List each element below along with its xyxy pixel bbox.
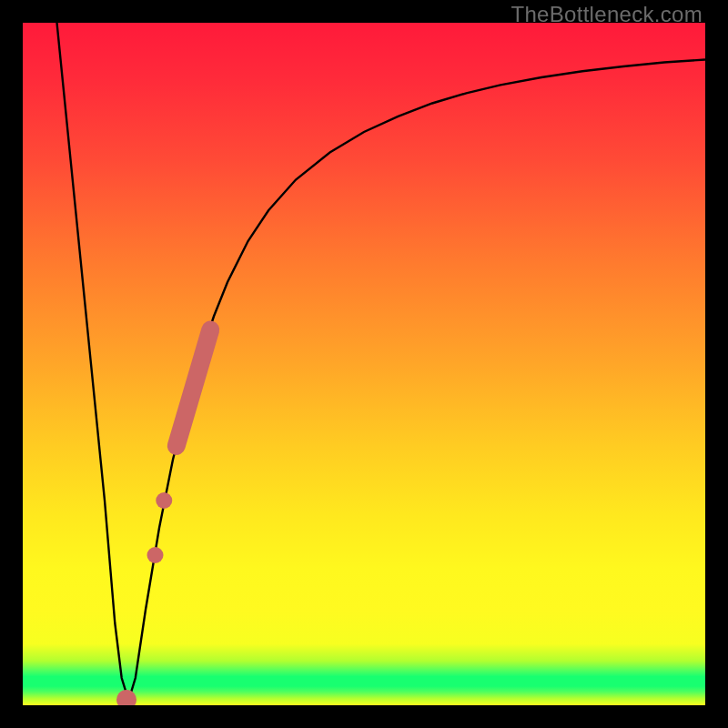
plot-area <box>23 23 705 705</box>
highlight-segment-path <box>177 330 211 447</box>
bottleneck-curve-path <box>57 23 706 701</box>
chart-stage: TheBottleneck.com <box>0 0 728 728</box>
dot-above-dip-1 <box>147 547 164 563</box>
dot-above-dip-2 <box>156 492 172 509</box>
dip-dot <box>116 690 136 705</box>
curve-layer <box>23 23 705 705</box>
